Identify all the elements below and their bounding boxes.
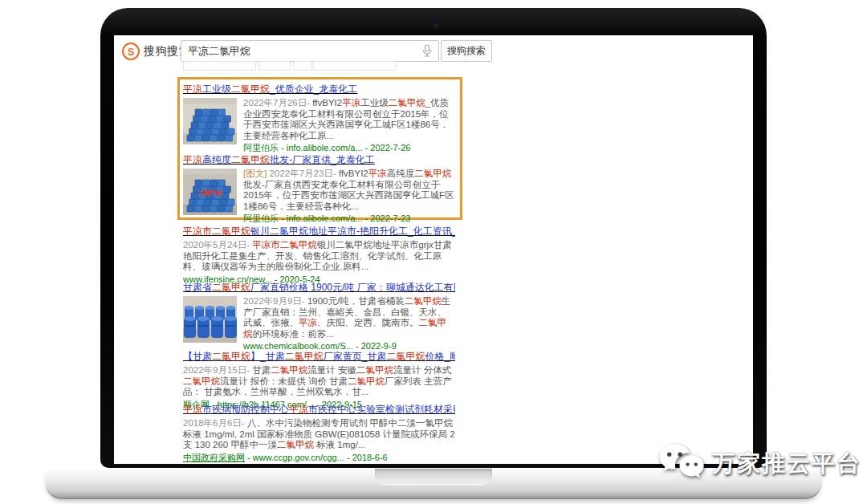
faded-filter-tab — [183, 61, 256, 71]
result-description: 2022年7月26日- ffvBYI2平凉工业级二氯甲烷_优质企业西安龙泰化工材… — [243, 98, 455, 141]
webcam-dot — [434, 22, 439, 28]
result-title-link[interactable]: 平凉高纯度二氯甲烷批发-厂家直供_龙泰化工 — [183, 154, 455, 166]
laptop-base-notch — [375, 469, 492, 486]
search-result: 平凉市二氯甲烷银川二氯甲烷地址平凉市-艳阳升化工_化工资讯_废旧...2020年… — [183, 226, 455, 285]
result-source-line: 阿里伯乐 - info.alibole.com/a... - 2022-7-26 — [243, 143, 455, 153]
result-thumbnail-image[interactable] — [183, 98, 237, 144]
faded-filter-tab — [293, 61, 312, 71]
laptop-frame: S 搜狗搜索 搜狗搜索 平凉工业级二氯甲烷_优质企业_龙泰化工2022年7月26… — [100, 8, 767, 468]
result-description: 2022年9月9日- 1900元/吨，甘肃省桶装二氯甲烷生产厂家直销：兰州、嘉峪… — [243, 296, 455, 339]
result-source-line: 中国政府采购网 - www.ccgp.gov.cn/cgg... - 2018-… — [183, 453, 455, 463]
watermark-text: 万家推云平台 — [712, 448, 861, 480]
result-thumbnail-image[interactable] — [183, 296, 237, 343]
search-result: 【甘肃二氯甲烷】_甘肃二氯甲烷厂家黄页_甘肃二氯甲烷价格_顺企网2022年9月1… — [183, 351, 455, 410]
result-title-link[interactable]: 甘肃省二氯甲烷厂家直销价格 1900元/吨 厂家：聊城通达化工有限公司 — [183, 282, 455, 294]
result-description: 2022年9月15日- 甘肃二氯甲烷流量计 安徽二氯甲烷流量计 分体式二氯甲烷流… — [183, 365, 455, 398]
search-button[interactable]: 搜狗搜索 — [441, 40, 492, 62]
search-result: 甘肃省二氯甲烷厂家直销价格 1900元/吨 厂家：聊城通达化工有限公司2022年… — [183, 282, 455, 352]
result-title-link[interactable]: 【甘肃二氯甲烷】_甘肃二氯甲烷厂家黄页_甘肃二氯甲烷价格_顺企网 — [183, 351, 455, 363]
search-result: 平凉工业级二氯甲烷_优质企业_龙泰化工2022年7月26日- ffvBYI2平凉… — [183, 83, 455, 153]
search-result: 平凉市疾病预防控制中心平凉市疾控中心实验室检测试剂耗材采购项目...2018年6… — [183, 404, 455, 463]
search-result: 平凉高纯度二氯甲烷批发-厂家直供_龙泰化工二氯甲烷[图文] 2022年7月23日… — [183, 154, 455, 224]
result-title-link[interactable]: 平凉市疾病预防控制中心平凉市疾控中心实验室检测试剂耗材采购项目... — [183, 404, 455, 416]
watermark: 万家推云平台 — [658, 441, 861, 486]
sogou-logo-icon: S — [122, 43, 140, 60]
canvas: { "header": { "logo_letter": "S", "logo_… — [0, 0, 867, 504]
result-source-line: 阿里伯乐 - info.alibole.com/a... - 2022-7-23 — [243, 213, 455, 224]
microphone-icon[interactable] — [421, 44, 433, 58]
result-title-link[interactable]: 平凉工业级二氯甲烷_优质企业_龙泰化工 — [183, 83, 455, 96]
result-description: 2020年5月24日- 平凉市二氯甲烷银川二氯甲烷地址平凉市grjx甘肃艳阳升化… — [183, 240, 455, 273]
wechat-icon — [658, 441, 705, 486]
result-description: 2018年6月6日- 八、水中污染物检测专用试剂 甲醇中二溴一氯甲烷 标液 1m… — [183, 418, 455, 451]
browser-screen: S 搜狗搜索 搜狗搜索 平凉工业级二氯甲烷_优质企业_龙泰化工2022年7月26… — [114, 35, 753, 464]
search-input[interactable] — [181, 40, 439, 62]
result-thumbnail-image[interactable]: 二氯甲烷 — [183, 169, 237, 215]
svg-text:二氯甲烷: 二氯甲烷 — [197, 189, 223, 197]
result-title-link[interactable]: 平凉市二氯甲烷银川二氯甲烷地址平凉市-艳阳升化工_化工资讯_废旧... — [183, 226, 455, 238]
result-description: [图文] 2022年7月23日- ffvBYI2平凉高纯度二氯甲烷批发-厂家直供… — [243, 169, 455, 212]
faded-filter-tab — [258, 61, 291, 71]
faded-filter-tab — [313, 61, 397, 71]
